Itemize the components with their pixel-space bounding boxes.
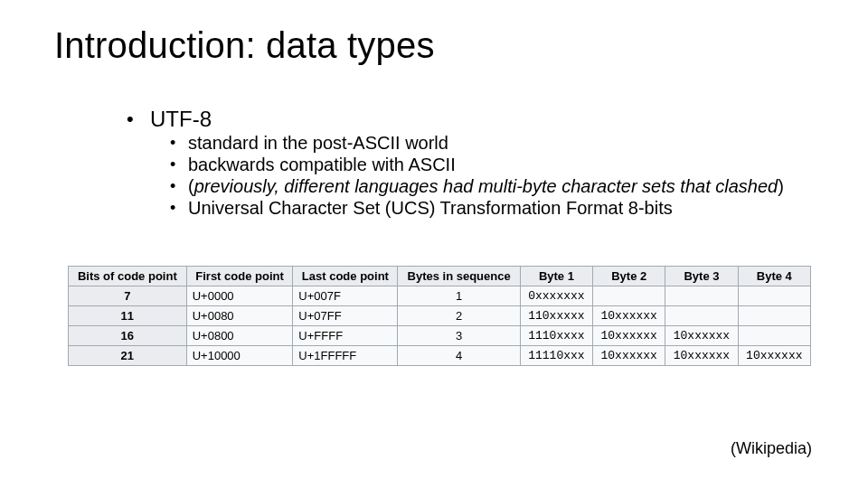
citation: (Wikipedia) xyxy=(731,439,812,458)
utf8-table-wrap: Bits of code point First code point Last… xyxy=(68,266,811,366)
th-b2: Byte 2 xyxy=(593,267,665,286)
cell-b2: 10xxxxxx xyxy=(593,346,665,366)
bullet-previously: (previously, different languages had mul… xyxy=(170,175,832,197)
slide-content: UTF-8 standard in the post-ASCII world b… xyxy=(127,107,832,219)
cell-b3: 10xxxxxx xyxy=(665,346,738,366)
prev-post: ) xyxy=(778,176,784,196)
table-row: 21 U+10000 U+1FFFFF 4 11110xxx 10xxxxxx … xyxy=(69,346,811,366)
cell-bytes: 1 xyxy=(398,286,520,306)
table-row: 16 U+0800 U+FFFF 3 1110xxxx 10xxxxxx 10x… xyxy=(69,326,811,346)
table-row: 11 U+0080 U+07FF 2 110xxxxx 10xxxxxx xyxy=(69,306,811,326)
cell-first: U+0800 xyxy=(186,326,293,346)
table-header-row: Bits of code point First code point Last… xyxy=(69,267,811,286)
slide: Introduction: data types UTF-8 standard … xyxy=(0,0,868,488)
cell-last: U+007F xyxy=(293,286,398,306)
cell-bits: 21 xyxy=(69,346,187,366)
cell-b4 xyxy=(738,326,810,346)
cell-b1: 110xxxxx xyxy=(520,306,592,326)
table-body: 7 U+0000 U+007F 1 0xxxxxxx 11 U+0080 U+0… xyxy=(69,286,811,366)
cell-b2: 10xxxxxx xyxy=(593,326,665,346)
cell-b4 xyxy=(738,306,810,326)
bullet-utf8-label: UTF-8 xyxy=(150,107,212,131)
th-b4: Byte 4 xyxy=(738,267,810,286)
cell-b1: 0xxxxxxx xyxy=(520,286,592,306)
prev-pre: ( xyxy=(188,176,194,196)
cell-bits: 16 xyxy=(69,326,187,346)
utf8-table: Bits of code point First code point Last… xyxy=(68,266,811,366)
cell-bytes: 2 xyxy=(398,306,520,326)
slide-title: Introduction: data types xyxy=(54,25,435,66)
cell-b3 xyxy=(665,286,738,306)
cell-first: U+10000 xyxy=(186,346,293,366)
th-b1: Byte 1 xyxy=(520,267,592,286)
cell-b4: 10xxxxxx xyxy=(738,346,810,366)
bullet-ucs: Universal Character Set (UCS) Transforma… xyxy=(170,197,832,219)
cell-b3 xyxy=(665,306,738,326)
cell-last: U+FFFF xyxy=(293,326,398,346)
th-bytes: Bytes in sequence xyxy=(398,267,520,286)
th-first: First code point xyxy=(186,267,293,286)
cell-b2: 10xxxxxx xyxy=(593,306,665,326)
cell-first: U+0000 xyxy=(186,286,293,306)
cell-b4 xyxy=(738,286,810,306)
bullet-standard: standard in the post-ASCII world xyxy=(170,132,832,154)
cell-b1: 11110xxx xyxy=(520,346,592,366)
cell-last: U+07FF xyxy=(293,306,398,326)
cell-b3: 10xxxxxx xyxy=(665,326,738,346)
bullet-utf8: UTF-8 standard in the post-ASCII world b… xyxy=(127,107,832,219)
th-bits: Bits of code point xyxy=(69,267,187,286)
cell-first: U+0080 xyxy=(186,306,293,326)
cell-bits: 11 xyxy=(69,306,187,326)
cell-bits: 7 xyxy=(69,286,187,306)
table-row: 7 U+0000 U+007F 1 0xxxxxxx xyxy=(69,286,811,306)
bullet-backwards: backwards compatible with ASCII xyxy=(170,154,832,175)
cell-last: U+1FFFFF xyxy=(293,346,398,366)
th-b3: Byte 3 xyxy=(665,267,738,286)
th-last: Last code point xyxy=(293,267,398,286)
cell-b2 xyxy=(593,286,665,306)
cell-bytes: 4 xyxy=(398,346,520,366)
cell-b1: 1110xxxx xyxy=(520,326,592,346)
prev-italic: previously, different languages had mult… xyxy=(194,176,778,196)
cell-bytes: 3 xyxy=(398,326,520,346)
